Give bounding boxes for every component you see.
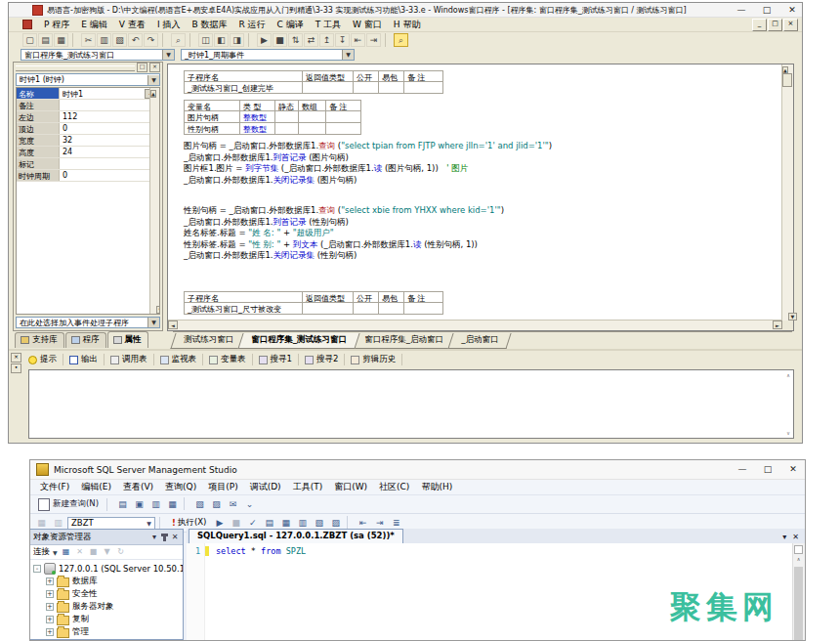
menu-item[interactable]: 查看(V) bbox=[117, 481, 159, 493]
run-to-cursor-icon[interactable]: ↧ bbox=[335, 33, 350, 47]
add-event-combobox[interactable]: 在此处选择加入事件处理子程序 ▼ bbox=[16, 317, 160, 328]
parse-icon[interactable]: ✓ bbox=[245, 516, 260, 530]
disconnect-icon[interactable]: ✕ bbox=[74, 547, 86, 558]
comment-icon[interactable]: ▧ bbox=[312, 516, 326, 530]
connect-button[interactable]: 连接 bbox=[33, 546, 50, 558]
output-tab[interactable]: 搜寻2 bbox=[299, 354, 345, 365]
tree-item[interactable]: +安全性 bbox=[30, 587, 183, 600]
save-icon[interactable]: ▦ bbox=[54, 33, 68, 47]
document-tab[interactable]: _启动窗口 bbox=[447, 333, 511, 349]
class-selector-combobox[interactable]: 窗口程序集_测试练习窗口 ▼ bbox=[21, 49, 175, 61]
panel-caption[interactable]: □ × bbox=[14, 63, 162, 72]
results-file-icon[interactable]: ▥ bbox=[295, 516, 310, 530]
close-button[interactable]: ✕ bbox=[786, 4, 798, 17]
splitter-handle[interactable] bbox=[794, 545, 803, 554]
code-editor[interactable]: 子程序名返回值类型公开易包备 注 _测试练习窗口_创建完毕 变量名类 型静态数组… bbox=[167, 64, 794, 331]
copy-icon[interactable]: ▥ bbox=[97, 33, 111, 47]
menu-item[interactable]: I 插入 bbox=[151, 19, 187, 31]
property-value[interactable] bbox=[60, 158, 159, 169]
property-value[interactable]: 0 bbox=[60, 123, 159, 134]
property-value[interactable]: 0 bbox=[60, 170, 159, 181]
mdi-restore-button[interactable]: □ bbox=[768, 19, 782, 31]
scroll-right-icon[interactable]: ► bbox=[773, 320, 782, 329]
chevron-down-icon[interactable]: ▼ bbox=[147, 75, 159, 85]
menu-item[interactable]: E 编辑 bbox=[75, 19, 113, 31]
specify-values-icon[interactable]: ≣ bbox=[389, 516, 403, 530]
indent-increase-icon[interactable]: ⇥ bbox=[372, 516, 387, 530]
scroll-up-icon[interactable]: ∧ bbox=[794, 556, 803, 562]
change-connection-icon[interactable]: ▥ bbox=[51, 516, 65, 530]
close-panel-button[interactable]: × bbox=[149, 63, 160, 72]
property-grid[interactable]: 名称时钟1…备注左边112顶边0宽度32高度24标记时钟周期0 ▲ ▼ bbox=[16, 87, 160, 315]
menu-item[interactable]: R 运行 bbox=[232, 19, 271, 31]
chevron-down-icon[interactable]: ▼ bbox=[342, 50, 354, 60]
step-into-icon[interactable]: ⇅ bbox=[288, 33, 303, 47]
minimize-button[interactable]: — bbox=[735, 4, 747, 17]
tree-item[interactable]: +服务器对象 bbox=[30, 600, 183, 613]
output-tab[interactable]: 剪辑历史 bbox=[345, 354, 402, 365]
editor-vertical-scrollbar[interactable]: ∧ bbox=[792, 543, 805, 640]
menu-item[interactable]: C 编译 bbox=[272, 19, 310, 31]
scroll-up-icon[interactable]: ▲ bbox=[150, 90, 156, 98]
property-value[interactable]: 时钟1… bbox=[60, 88, 159, 99]
component-selector-combobox[interactable]: 时钟1 (时钟) ▼ bbox=[16, 73, 160, 86]
new-project-icon[interactable]: ▣ bbox=[132, 497, 147, 511]
splitter[interactable] bbox=[9, 349, 802, 351]
document-tab[interactable]: 测试练习窗口 bbox=[170, 333, 246, 349]
paste-icon[interactable]: ▧ bbox=[112, 33, 127, 47]
menu-item[interactable]: W 窗口 bbox=[347, 19, 388, 31]
scrollbar-thumb[interactable] bbox=[782, 73, 792, 87]
menu-item[interactable]: 帮助(H) bbox=[415, 481, 458, 493]
chevron-down-icon[interactable]: ▼ bbox=[147, 318, 159, 327]
panel-tab[interactable]: 属性 bbox=[107, 331, 148, 348]
mdi-minimize-button[interactable]: _ bbox=[752, 19, 767, 31]
menu-item[interactable]: P 程序 bbox=[38, 19, 75, 31]
execute-button[interactable]: ! 执行(X) bbox=[168, 517, 210, 529]
tree-item[interactable]: +SQL Server 代理 bbox=[30, 638, 183, 639]
open-file-icon[interactable]: ▤ bbox=[115, 497, 130, 511]
open-file-icon[interactable]: ▤ bbox=[38, 33, 53, 47]
vertical-scrollbar[interactable]: ▲ ▼ bbox=[781, 64, 793, 320]
tree-item[interactable]: +管理 bbox=[30, 625, 183, 638]
scroll-up-icon[interactable]: ∧ bbox=[784, 371, 792, 379]
database-combobox[interactable]: ZBZT ▼ bbox=[67, 517, 155, 530]
tree-expander-icon[interactable]: + bbox=[46, 603, 54, 611]
output-tab[interactable]: 调用表 bbox=[105, 354, 154, 365]
close-output-button[interactable]: × bbox=[11, 353, 21, 363]
float-panel-button[interactable]: □ bbox=[137, 63, 147, 72]
new-query-button[interactable]: 新建查询(N) bbox=[34, 498, 103, 511]
close-button[interactable]: ✕ bbox=[787, 463, 799, 476]
menu-item[interactable]: 项目(P) bbox=[202, 481, 243, 493]
new-file-icon[interactable]: ▢ bbox=[22, 33, 37, 47]
property-grid-scrollbar[interactable]: ▲ ▼ bbox=[149, 88, 159, 314]
menu-item[interactable]: 文件(F) bbox=[34, 481, 75, 493]
cancel-query-icon[interactable]: ■ bbox=[229, 516, 243, 530]
chevron-down-icon[interactable]: ▼ bbox=[144, 520, 154, 527]
chevron-down-icon[interactable]: ▾ bbox=[149, 533, 159, 541]
title-bar[interactable]: Microsoft SQL Server Management Studio —… bbox=[30, 460, 805, 480]
print-icon[interactable]: ▧ bbox=[192, 497, 207, 511]
horizontal-scrollbar[interactable]: ◄ ► bbox=[168, 320, 782, 330]
document-tab[interactable]: 窗口程序集_启动窗口 bbox=[351, 333, 456, 349]
minimize-button[interactable]: — bbox=[736, 463, 748, 476]
more-icon[interactable]: ⌄ bbox=[242, 497, 257, 511]
tree-item[interactable]: -127.0.0.1 (SQL Server 10.50.1600 bbox=[30, 562, 183, 575]
property-value[interactable] bbox=[60, 100, 159, 110]
stop-icon[interactable]: ■ bbox=[88, 547, 100, 558]
maximize-button[interactable]: □ bbox=[762, 463, 774, 476]
menu-item[interactable]: H 帮助 bbox=[388, 19, 427, 31]
view-split-icon[interactable]: ◧ bbox=[214, 33, 229, 47]
chevron-down-icon[interactable]: ▾ bbox=[782, 533, 786, 541]
property-value[interactable]: 24 bbox=[60, 147, 159, 157]
property-value[interactable]: 32 bbox=[60, 135, 159, 146]
available-db-icon[interactable]: ▦ bbox=[34, 516, 49, 530]
document-tab[interactable]: 窗口程序集_测试练习窗口 bbox=[237, 333, 359, 349]
connect-object-icon[interactable]: ▦ bbox=[61, 547, 72, 558]
save-icon[interactable]: ▦ bbox=[165, 497, 180, 511]
view-code-icon[interactable]: ◨ bbox=[230, 33, 244, 47]
menu-item[interactable]: 调试(D) bbox=[244, 481, 287, 493]
breakpoint-icon[interactable]: ⇤ bbox=[351, 33, 365, 47]
menu-item[interactable]: V 查看 bbox=[113, 19, 151, 31]
menu-item[interactable]: 社区(C) bbox=[373, 481, 415, 493]
view-form-icon[interactable]: ◫ bbox=[198, 33, 213, 47]
